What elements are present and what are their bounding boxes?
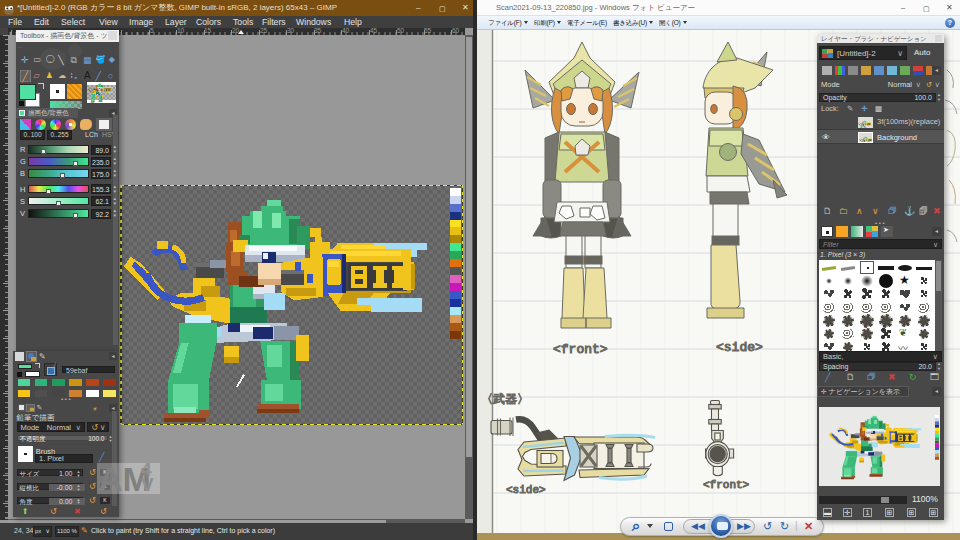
svg-text:<front>: <front>: [553, 342, 608, 357]
svg-text:〈武器〉: 〈武器〉: [481, 392, 529, 406]
svg-text:<side>: <side>: [506, 484, 546, 496]
svg-text:<front>: <front>: [703, 479, 749, 491]
svg-text:<side>: <side>: [716, 340, 763, 355]
